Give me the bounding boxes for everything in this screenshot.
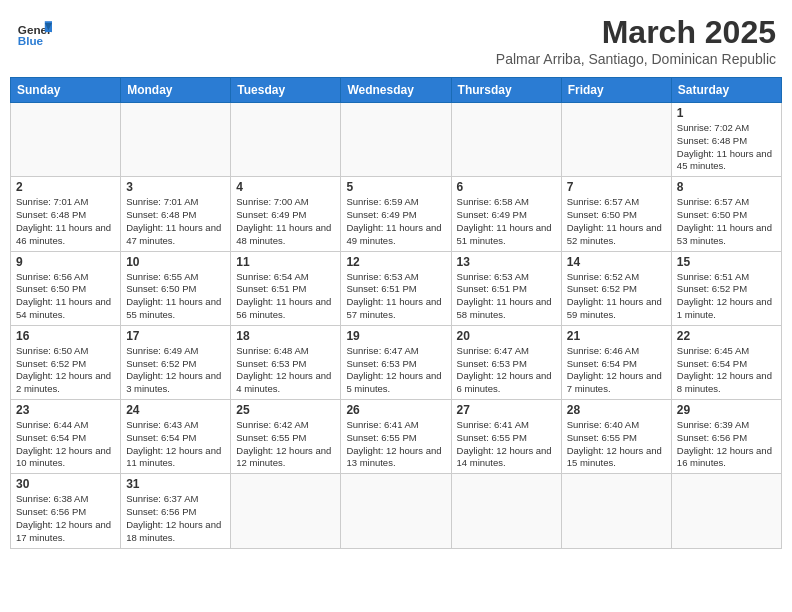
day-2: 2 Sunrise: 7:01 AMSunset: 6:48 PMDayligh… — [11, 177, 121, 251]
calendar-row-2: 2 Sunrise: 7:01 AMSunset: 6:48 PMDayligh… — [11, 177, 782, 251]
day-1: 1 Sunrise: 7:02 AM Sunset: 6:48 PM Dayli… — [671, 103, 781, 177]
calendar-row-1: 1 Sunrise: 7:02 AM Sunset: 6:48 PM Dayli… — [11, 103, 782, 177]
header-friday: Friday — [561, 78, 671, 103]
empty-cell — [11, 103, 121, 177]
empty-cell — [451, 103, 561, 177]
day-11: 11 Sunrise: 6:54 AMSunset: 6:51 PMDaylig… — [231, 251, 341, 325]
empty-cell — [231, 474, 341, 548]
location-subtitle: Palmar Arriba, Santiago, Dominican Repub… — [496, 51, 776, 67]
day-13: 13 Sunrise: 6:53 AMSunset: 6:51 PMDaylig… — [451, 251, 561, 325]
day-10: 10 Sunrise: 6:55 AMSunset: 6:50 PMDaylig… — [121, 251, 231, 325]
calendar-row-4: 16 Sunrise: 6:50 AMSunset: 6:52 PMDaylig… — [11, 325, 782, 399]
empty-cell — [341, 103, 451, 177]
day-27: 27 Sunrise: 6:41 AMSunset: 6:55 PMDaylig… — [451, 400, 561, 474]
month-year-title: March 2025 — [496, 14, 776, 51]
logo: General Blue — [16, 14, 52, 50]
day-21: 21 Sunrise: 6:46 AMSunset: 6:54 PMDaylig… — [561, 325, 671, 399]
header-monday: Monday — [121, 78, 231, 103]
day-9: 9 Sunrise: 6:56 AMSunset: 6:50 PMDayligh… — [11, 251, 121, 325]
weekday-header-row: Sunday Monday Tuesday Wednesday Thursday… — [11, 78, 782, 103]
day-4: 4 Sunrise: 7:00 AMSunset: 6:49 PMDayligh… — [231, 177, 341, 251]
empty-cell — [671, 474, 781, 548]
day-30: 30 Sunrise: 6:38 AMSunset: 6:56 PMDaylig… — [11, 474, 121, 548]
day-8: 8 Sunrise: 6:57 AMSunset: 6:50 PMDayligh… — [671, 177, 781, 251]
logo-icon: General Blue — [16, 14, 52, 50]
calendar-row-6: 30 Sunrise: 6:38 AMSunset: 6:56 PMDaylig… — [11, 474, 782, 548]
svg-text:Blue: Blue — [18, 34, 44, 47]
empty-cell — [561, 474, 671, 548]
title-section: March 2025 Palmar Arriba, Santiago, Domi… — [496, 14, 776, 67]
header-sunday: Sunday — [11, 78, 121, 103]
calendar-row-3: 9 Sunrise: 6:56 AMSunset: 6:50 PMDayligh… — [11, 251, 782, 325]
day-25: 25 Sunrise: 6:42 AMSunset: 6:55 PMDaylig… — [231, 400, 341, 474]
header-saturday: Saturday — [671, 78, 781, 103]
calendar-row-5: 23 Sunrise: 6:44 AMSunset: 6:54 PMDaylig… — [11, 400, 782, 474]
day-15: 15 Sunrise: 6:51 AMSunset: 6:52 PMDaylig… — [671, 251, 781, 325]
day-28: 28 Sunrise: 6:40 AMSunset: 6:55 PMDaylig… — [561, 400, 671, 474]
day-14: 14 Sunrise: 6:52 AMSunset: 6:52 PMDaylig… — [561, 251, 671, 325]
day-6: 6 Sunrise: 6:58 AMSunset: 6:49 PMDayligh… — [451, 177, 561, 251]
header-wednesday: Wednesday — [341, 78, 451, 103]
day-29: 29 Sunrise: 6:39 AMSunset: 6:56 PMDaylig… — [671, 400, 781, 474]
day-3: 3 Sunrise: 7:01 AMSunset: 6:48 PMDayligh… — [121, 177, 231, 251]
day-5: 5 Sunrise: 6:59 AMSunset: 6:49 PMDayligh… — [341, 177, 451, 251]
empty-cell — [561, 103, 671, 177]
day-22: 22 Sunrise: 6:45 AMSunset: 6:54 PMDaylig… — [671, 325, 781, 399]
day-17: 17 Sunrise: 6:49 AMSunset: 6:52 PMDaylig… — [121, 325, 231, 399]
day-19: 19 Sunrise: 6:47 AMSunset: 6:53 PMDaylig… — [341, 325, 451, 399]
day-12: 12 Sunrise: 6:53 AMSunset: 6:51 PMDaylig… — [341, 251, 451, 325]
day-16: 16 Sunrise: 6:50 AMSunset: 6:52 PMDaylig… — [11, 325, 121, 399]
empty-cell — [451, 474, 561, 548]
empty-cell — [341, 474, 451, 548]
calendar-table: Sunday Monday Tuesday Wednesday Thursday… — [10, 77, 782, 549]
day-26: 26 Sunrise: 6:41 AMSunset: 6:55 PMDaylig… — [341, 400, 451, 474]
empty-cell — [231, 103, 341, 177]
page-header: General Blue March 2025 Palmar Arriba, S… — [10, 10, 782, 71]
day-23: 23 Sunrise: 6:44 AMSunset: 6:54 PMDaylig… — [11, 400, 121, 474]
day-31: 31 Sunrise: 6:37 AMSunset: 6:56 PMDaylig… — [121, 474, 231, 548]
header-thursday: Thursday — [451, 78, 561, 103]
day-20: 20 Sunrise: 6:47 AMSunset: 6:53 PMDaylig… — [451, 325, 561, 399]
day-18: 18 Sunrise: 6:48 AMSunset: 6:53 PMDaylig… — [231, 325, 341, 399]
empty-cell — [121, 103, 231, 177]
day-7: 7 Sunrise: 6:57 AMSunset: 6:50 PMDayligh… — [561, 177, 671, 251]
header-tuesday: Tuesday — [231, 78, 341, 103]
day-24: 24 Sunrise: 6:43 AMSunset: 6:54 PMDaylig… — [121, 400, 231, 474]
